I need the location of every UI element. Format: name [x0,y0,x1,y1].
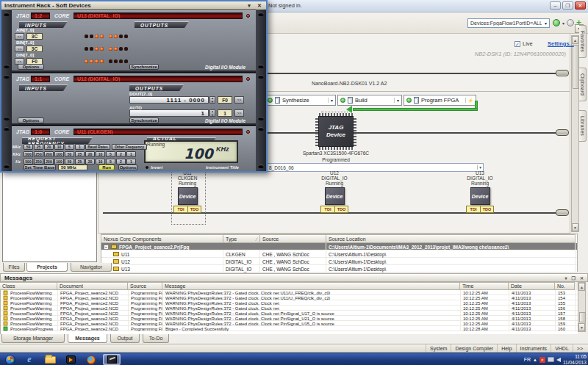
set-time-base-button[interactable]: Set Time Base [24,165,56,170]
options-button[interactable]: Options [18,64,44,70]
bottom-tab-messages[interactable]: Messages [68,334,107,343]
frequency-preset-button[interactable]: 1 [126,151,136,157]
close-button[interactable]: ✕ [575,1,586,10]
synthesize-button[interactable]: Synthesize ▾ [265,95,336,106]
time-base-field[interactable]: 50 MHz [58,165,87,170]
collapse-icon[interactable]: − [104,245,109,250]
options-button[interactable]: Options [18,118,44,123]
frequency-mode-button[interactable]: Other Frequency [112,144,147,150]
refresh-devices-icon[interactable] [553,19,560,26]
frequency-preset-button[interactable]: 50 [65,159,74,165]
dout-value-slider[interactable]: 1111 - 0000 [129,96,209,104]
soft-device-u12[interactable]: U12DIGITAL_IORunningDeviceTDITDO [306,170,362,213]
message-row[interactable]: ProcessFlowWarningFPGA_Project_seance2.N… [1,300,578,306]
frequency-preset-button[interactable]: 250 [34,159,43,165]
messages-panel-titlebar[interactable]: Messages ▾ ❐ ✕ [0,273,588,282]
frequency-preset-button[interactable]: 10 [54,144,64,150]
input-expand-button[interactable]: >> [15,33,24,40]
dout-expand-button[interactable]: >> [234,96,244,104]
messages-column-header[interactable]: Source [128,282,162,290]
left-tab-projects[interactable]: Projects [26,263,68,272]
display-tray-icon[interactable] [548,357,554,362]
chevron-down-icon[interactable]: ▾ [562,21,564,26]
message-row[interactable]: ProcessFlowWarningFPGA_Project_seance2.N… [1,295,578,300]
frequency-preset-button[interactable]: 25 [75,159,85,165]
frequency-preset-button[interactable]: 1 [126,159,136,165]
program-fpga-button[interactable]: Program FPGA ⚡ [404,95,476,106]
soft-device-chip[interactable]: Device [325,187,345,205]
chevron-down-icon[interactable]: ▾ [394,98,399,103]
taskbar-clock[interactable]: 11:05 11/04/2013 [563,354,587,365]
nexus-column-header[interactable]: Type∕ [223,234,260,243]
input-value-box[interactable]: 3C [26,33,43,40]
frequency-mode-button[interactable]: Baud Rates [85,144,110,150]
synchronize-button[interactable]: Synchronize [129,118,159,123]
left-tab-navigator[interactable]: Navigator [71,263,112,272]
taskbar-internet-explorer[interactable]: e [21,354,38,365]
settings-link[interactable]: Settings... [548,40,574,47]
taskbar-altium-designer[interactable] [103,354,121,365]
right-tab-libraries[interactable]: Libraries [579,110,587,142]
auto-stepper[interactable]: ▲▼ [209,109,215,117]
input-expand-button[interactable]: >> [15,46,24,52]
options-button[interactable]: Options [118,165,137,170]
jtag-device-chip[interactable]: JTAG Device [315,113,356,150]
scrollbar-thumb[interactable] [573,45,579,89]
live-checkbox[interactable]: ✓ [514,41,520,47]
rack-close-icon[interactable]: ✕ [256,3,263,9]
instrument-rack-titlebar[interactable]: Instrument Rack - Soft Devices ▾ ✕ [1,1,266,10]
minimize-button[interactable]: – [550,1,561,10]
frequency-preset-button[interactable]: 10 [96,151,105,157]
frequency-preset-button[interactable]: 200 [44,159,54,165]
messages-column-header[interactable]: Time [460,282,509,290]
frequency-preset-button[interactable]: 200 [44,151,54,157]
soft-device-u11[interactable]: U11CLKGENRunningDeviceTDITDO [159,170,215,213]
frequency-preset-button[interactable]: 5 [65,144,74,150]
float-panel-icon[interactable]: ❐ [572,275,576,281]
message-row[interactable]: ProcessFlowWarningFPGA_Project_seance2.N… [1,306,578,311]
scroll-down-icon[interactable]: ▼ [572,223,578,231]
run-button[interactable]: Run [98,165,115,170]
auto-value-box[interactable]: 1 [218,109,232,117]
nexus-column-header[interactable]: Source Location [326,234,576,243]
auto-expand-button[interactable]: >> [234,109,244,117]
statusbar-button-help[interactable]: Help [497,344,515,353]
scrollbar-thumb[interactable] [579,312,586,322]
taskbar-media-player[interactable] [62,354,79,365]
nexus-column-header[interactable]: Nexus Core Components [101,234,223,243]
right-tab-favorites[interactable]: Favorites [579,25,587,58]
frequency-preset-button[interactable]: 20 [85,151,95,157]
messages-column-header[interactable]: Document [57,282,128,290]
messages-column-header[interactable]: Date [509,282,555,290]
dout-hex-box[interactable]: F0 [218,96,232,104]
nexus-core-row[interactable]: U11CLKGENCHE , WANG SchDocC:\Users\Altiu… [101,250,577,258]
statusbar-button-designcompiler[interactable]: Design Compiler [451,344,497,353]
frequency-preset-button[interactable]: 250 [34,151,43,157]
right-tab-clipboard[interactable]: Clipboard [579,68,587,101]
messages-column-header[interactable]: No. [555,282,575,290]
frequency-preset-button[interactable]: 5 [106,151,115,157]
synchronize-button[interactable]: Synchronize [129,64,159,70]
chevron-down-icon[interactable]: ▾ [328,98,333,103]
messages-column-header[interactable]: Message [162,282,460,290]
scroll-up-icon[interactable]: ▲ [578,283,585,291]
close-panel-icon[interactable]: ✕ [580,275,584,281]
chevron-down-icon[interactable]: ▾ [565,275,567,281]
frequency-preset-button[interactable]: 25 [34,144,43,150]
messages-scrollbar[interactable]: ▲ ▼ [578,282,586,332]
language-indicator[interactable]: FR [524,357,531,362]
frequency-preset-button[interactable]: 20 [85,159,95,165]
maximize-button[interactable]: ❐ [562,1,573,10]
statusbar-button-vhdl[interactable]: VHDL [551,344,573,353]
statusbar-button-[interactable]: >> [573,344,587,353]
soft-device-chip[interactable]: Device [178,187,198,205]
statusbar-button-system[interactable]: System [426,344,451,353]
volume-icon[interactable] [556,358,561,362]
rack-dropdown-icon[interactable]: ▾ [245,3,253,9]
hidden-icons-arrow[interactable]: ▲ [533,358,537,362]
message-row[interactable]: ProcessFlowWarningFPGA_Project_seance2.N… [1,316,578,321]
nexus-core-row[interactable]: U12DIGITAL_IOCHE , WANG SchDocC:\Users\A… [101,258,577,265]
message-row[interactable]: ProcessFlowProgressFPGA_Project_seance2.… [1,326,578,331]
bottom-tab-storagemanager[interactable]: Storage Manager [1,334,65,343]
message-row[interactable]: ProcessFlowWarningFPGA_Project_seance2.N… [1,290,578,295]
